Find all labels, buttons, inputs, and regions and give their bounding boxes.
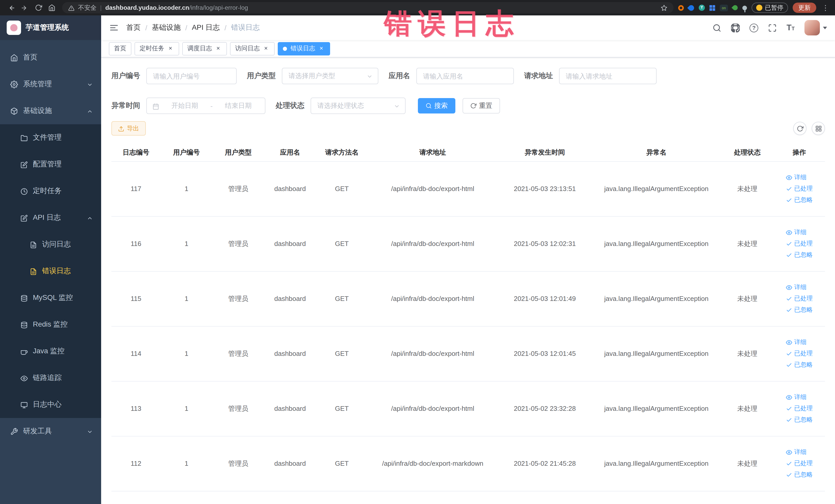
export-button[interactable]: 导出 [111, 121, 146, 136]
bookmark-star-icon[interactable] [661, 4, 667, 12]
refresh-button[interactable] [793, 122, 807, 135]
sidebar-item-dev-tools[interactable]: 研发工具 [0, 418, 101, 445]
active-dot [283, 46, 287, 51]
extension-icon-ring[interactable] [678, 5, 684, 11]
user-menu[interactable] [805, 20, 827, 36]
hamburger-icon[interactable] [109, 23, 119, 32]
column-settings-button[interactable] [812, 122, 825, 135]
sidebar-item-home[interactable]: 首页 [0, 44, 101, 71]
detail-link[interactable]: 详细 [786, 338, 807, 347]
back-icon[interactable] [7, 4, 15, 12]
reload-icon[interactable] [35, 4, 42, 12]
request-url-input[interactable] [559, 68, 657, 84]
security-chip[interactable]: 不安全 [78, 3, 97, 12]
sidebar-item-error-log[interactable]: 错误日志 [0, 258, 101, 284]
ignored-link[interactable]: 已忽略 [786, 361, 813, 369]
cell-user-id: 1 [161, 216, 212, 271]
sidebar-item-infrastructure[interactable]: 基础设施 [0, 98, 101, 124]
processed-link[interactable]: 已处理 [786, 294, 813, 303]
address-bar[interactable]: 不安全 | dashboard.yudao.iocoder.cn/infra/l… [62, 2, 674, 13]
tab-scheduled-tasks[interactable]: 定时任务 × [135, 42, 179, 55]
sidebar-item-log-center[interactable]: 日志中心 [0, 391, 101, 418]
sidebar-item-mysql-monitor[interactable]: MySQL 监控 [0, 284, 101, 311]
cell-log-id: 117 [111, 161, 161, 216]
cell-user-type: 管理员 [212, 436, 264, 491]
processed-link[interactable]: 已处理 [786, 349, 813, 358]
extension-icon-on-badge[interactable]: on [720, 4, 728, 11]
check-icon [786, 361, 792, 368]
check-icon [786, 471, 792, 478]
detail-link[interactable]: 详细 [786, 448, 807, 457]
table-header-row: 日志编号 用户编号 用户类型 应用名 请求方法名 请求地址 异常发生时间 异常名… [111, 144, 825, 161]
ignored-link[interactable]: 已忽略 [786, 305, 813, 314]
forward-icon[interactable] [21, 4, 29, 12]
detail-link[interactable]: 详细 [786, 393, 807, 402]
close-icon[interactable]: × [215, 45, 222, 52]
close-icon[interactable]: × [262, 45, 269, 52]
check-icon [786, 240, 792, 247]
sidebar-item-file-management[interactable]: 文件管理 [0, 124, 101, 151]
user-type-select[interactable]: 请选择用户类型 [282, 68, 378, 84]
detail-link[interactable]: 详细 [786, 228, 807, 237]
sidebar-item-api-log[interactable]: API 日志 [0, 204, 101, 231]
user-id-input[interactable] [146, 68, 237, 84]
breadcrumb-infrastructure[interactable]: 基础设施 [152, 23, 181, 32]
font-size-icon[interactable]: TT [787, 24, 795, 32]
cell-method: GET [316, 271, 368, 326]
sidebar-item-redis-monitor[interactable]: Redis 监控 [0, 311, 101, 338]
sidebar-item-trace[interactable]: 链路追踪 [0, 365, 101, 391]
detail-link[interactable]: 详细 [786, 283, 807, 292]
extension-icon-green[interactable]: Y [699, 5, 705, 11]
cell-exception-time: 2021-05-03 23:13:51 [498, 161, 592, 216]
profile-paused-button[interactable]: 已暂停 [752, 3, 788, 13]
url-text[interactable]: dashboard.yudao.iocoder.cn/infra/log/api… [105, 4, 248, 11]
extension-icon-leaf[interactable] [732, 4, 739, 11]
tab-error-log[interactable]: 错误日志 × [278, 42, 330, 55]
processed-link[interactable]: 已处理 [786, 459, 813, 468]
tab-access-log[interactable]: 访问日志 × [230, 42, 274, 55]
breadcrumb-api-log[interactable]: API 日志 [192, 23, 220, 32]
close-icon[interactable]: × [318, 45, 325, 52]
table-row: 114 1 管理员 dashboard GET /api/infra/db-do… [111, 326, 825, 381]
detail-link[interactable]: 详细 [786, 173, 807, 182]
ignored-link[interactable]: 已忽略 [786, 470, 813, 479]
ignored-link[interactable]: 已忽略 [786, 250, 813, 259]
sidebar-item-system-management[interactable]: 系统管理 [0, 71, 101, 98]
avatar[interactable] [805, 20, 820, 36]
processed-link[interactable]: 已处理 [786, 184, 813, 193]
column-header: 异常名 [592, 144, 721, 161]
search-button[interactable]: 搜索 [418, 98, 455, 114]
database-icon [21, 320, 28, 329]
profile-emoji-icon [756, 5, 762, 11]
help-icon[interactable]: ? [750, 23, 758, 32]
reset-button[interactable]: 重置 [463, 98, 500, 114]
sidebar-item-config-management[interactable]: 配置管理 [0, 151, 101, 178]
search-icon[interactable] [713, 23, 721, 33]
processed-link[interactable]: 已处理 [786, 239, 813, 248]
extension-toolbar: Y on [678, 4, 747, 11]
browser-menu-kebab-icon[interactable]: ⋮ [821, 4, 830, 12]
sidebar-item-access-log[interactable]: 访问日志 [0, 231, 101, 258]
fullscreen-icon[interactable] [768, 23, 777, 33]
sidebar-item-java-monitor[interactable]: Java 监控 [0, 338, 101, 365]
ignored-link[interactable]: 已忽略 [786, 416, 813, 424]
error-log-table: 日志编号 用户编号 用户类型 应用名 请求方法名 请求地址 异常发生时间 异常名… [111, 144, 825, 491]
tab-home[interactable]: 首页 [109, 42, 131, 55]
home-icon[interactable] [48, 4, 56, 12]
github-icon[interactable] [731, 23, 740, 33]
process-status-select[interactable]: 请选择处理状态 [311, 98, 406, 114]
extension-icon-grid[interactable] [710, 5, 715, 11]
date-range-picker[interactable]: 开始日期 - 结束日期 [146, 98, 265, 114]
app-name-input[interactable] [416, 68, 514, 84]
browser-update-button[interactable]: 更新 [793, 3, 816, 13]
cell-log-id: 116 [111, 216, 161, 271]
sidebar-item-scheduled-tasks[interactable]: 定时任务 [0, 178, 101, 204]
tab-schedule-log[interactable]: 调度日志 × [182, 42, 227, 55]
extension-icon-pin[interactable] [742, 5, 747, 10]
ignored-link[interactable]: 已忽略 [786, 196, 813, 204]
extension-icon-drop[interactable] [687, 4, 695, 12]
breadcrumb-home[interactable]: 首页 [126, 23, 141, 32]
processed-link[interactable]: 已处理 [786, 404, 813, 413]
end-date-input: 结束日期 [217, 101, 259, 110]
close-icon[interactable]: × [167, 45, 174, 52]
